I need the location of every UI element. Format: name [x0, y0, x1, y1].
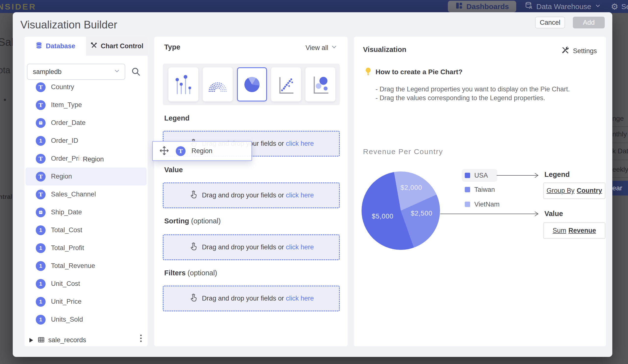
- chart-type-scatter[interactable]: [271, 67, 301, 101]
- date-field-icon: [36, 207, 46, 217]
- chart-type-lollipop[interactable]: [168, 67, 198, 101]
- field-row[interactable]: T Country: [25, 78, 147, 96]
- field-row[interactable]: 1 Total_Revenue: [25, 257, 147, 275]
- field-row[interactable]: Ship_Date: [25, 203, 147, 221]
- tip-lines: - Drag the Legend properties you want to…: [376, 85, 570, 102]
- field-row[interactable]: 1 Order_ID: [25, 132, 147, 150]
- tap-hand-icon: [189, 190, 198, 201]
- field-label: Region: [51, 173, 72, 180]
- field-label: Unit_Cost: [51, 280, 80, 288]
- pie-slice-label: $2,000: [400, 184, 422, 191]
- builder-panel: Type View all: [154, 37, 348, 346]
- field-row[interactable]: T Item_Type: [25, 96, 147, 114]
- field-label: Ship_Date: [51, 208, 82, 216]
- number-field-icon: 1: [36, 225, 46, 235]
- text-field-icon: T: [36, 100, 46, 110]
- add-button[interactable]: Add: [573, 17, 605, 28]
- caret-right-icon[interactable]: [29, 338, 33, 342]
- dropzone-click-here-link[interactable]: click here: [286, 191, 314, 199]
- nav-dashboards[interactable]: Dashboards: [448, 1, 516, 12]
- database-select-value: sampledb: [33, 68, 62, 76]
- bg-bullet: •: [3, 95, 6, 105]
- field-label: Units_Sold: [51, 316, 83, 323]
- dropzone-click-here-link[interactable]: click here: [286, 140, 314, 147]
- number-field-icon: 1: [36, 261, 46, 271]
- screen: NSIDER Dashboards Data Warehouse ⚙ Setti…: [0, 0, 628, 364]
- nav-settings-label: Settings: [621, 2, 628, 11]
- tap-hand-icon: [189, 293, 198, 304]
- text-field-icon: T: [36, 154, 46, 164]
- field-row[interactable]: 1 Total_Profit: [25, 239, 147, 257]
- field-label: Order_Date: [51, 119, 85, 127]
- chevron-down-icon: [113, 68, 120, 76]
- dashboard-grid-icon: [455, 2, 463, 11]
- group-by-box: Group By Country: [543, 182, 606, 199]
- tip-line: - Drag the values corresponding to the L…: [376, 94, 570, 102]
- legend-label: Taiwan: [474, 186, 495, 193]
- visualization-header: Visualization: [363, 46, 406, 54]
- crossed-tools-icon: [561, 46, 570, 56]
- field-row[interactable]: T Sales_Channel: [25, 185, 147, 203]
- legend-item-vietnam: VietNam: [462, 198, 509, 211]
- tab-chart-control-label: Chart Control: [101, 42, 143, 50]
- date-field-icon: [36, 118, 46, 128]
- text-field-icon: T: [36, 189, 46, 199]
- chart-type-bubble[interactable]: [306, 67, 335, 101]
- filters-dropzone[interactable]: Drag and drop your fields orclick here: [163, 286, 340, 311]
- bg-fragment: Sal: [0, 36, 14, 48]
- number-field-icon: 1: [36, 315, 46, 325]
- search-icon[interactable]: [131, 67, 141, 77]
- nav-data-warehouse[interactable]: Data Warehouse: [525, 0, 601, 13]
- bg-fragment: ntral: [0, 193, 12, 201]
- number-field-icon: 1: [36, 279, 46, 289]
- gear-icon: ⚙: [611, 2, 618, 11]
- move-icon: [159, 145, 169, 157]
- tab-chart-control[interactable]: Chart Control: [86, 37, 148, 56]
- chart-type-pie-selected[interactable]: [237, 67, 267, 101]
- database-select[interactable]: sampledb: [27, 64, 125, 80]
- pie-slice-label: $5,000: [372, 213, 394, 220]
- cancel-button[interactable]: Cancel: [535, 17, 565, 28]
- field-label: Sales_Channel: [51, 190, 96, 198]
- chevron-down-icon: [595, 2, 601, 11]
- field-row-selected[interactable]: T Region: [25, 168, 147, 185]
- drag-ghost-label: Region: [191, 147, 213, 155]
- sorting-dropzone[interactable]: Drag and drop your fields orclick here: [163, 235, 340, 260]
- field-row[interactable]: Order_Date: [25, 114, 147, 132]
- chevron-down-icon: [331, 44, 337, 52]
- modal-title: Visualization Builder: [20, 19, 117, 31]
- tap-hand-icon: [189, 242, 198, 253]
- chart-type-arc[interactable]: [203, 67, 233, 101]
- view-all-button[interactable]: View all: [306, 44, 337, 52]
- dropzone-click-here-link[interactable]: click here: [286, 243, 314, 251]
- lightbulb-icon: [363, 67, 373, 77]
- view-all-label: View all: [306, 44, 328, 52]
- dropzone-text: Drag and drop your fields or: [202, 295, 284, 302]
- settings-label: Settings: [573, 47, 597, 55]
- left-tabs: Database Chart Control: [24, 37, 148, 56]
- number-field-icon: 1: [36, 297, 46, 307]
- table-row-sale-records[interactable]: sale_records: [24, 331, 148, 346]
- visualization-panel: Visualization Settings How to create a P…: [354, 37, 606, 346]
- sorting-section-label: Sorting (optional): [164, 217, 221, 225]
- value-dropzone[interactable]: Drag and drop your fields orclick here: [163, 182, 340, 208]
- kebab-menu-icon[interactable]: [140, 335, 142, 342]
- bg-menu-item: nthly: [612, 130, 628, 138]
- drag-ghost-region[interactable]: T Region: [152, 141, 252, 161]
- number-field-icon: 1: [36, 136, 46, 146]
- field-row[interactable]: 1 Unit_Price: [25, 293, 147, 311]
- field-row[interactable]: 1 Total_Cost: [25, 221, 147, 239]
- warehouse-database-icon: [525, 1, 533, 11]
- legend-swatch: [465, 173, 470, 178]
- field-row[interactable]: 1 Unit_Cost: [25, 275, 147, 293]
- pie-slice-label: $2,500: [411, 210, 433, 217]
- field-row[interactable]: 1 Units_Sold: [25, 311, 147, 328]
- settings-button[interactable]: Settings: [561, 46, 597, 56]
- database-icon: [35, 42, 43, 51]
- app-logo: NSIDER: [0, 2, 36, 11]
- tab-database[interactable]: Database: [24, 37, 86, 56]
- nav-settings[interactable]: ⚙ Settings: [611, 0, 628, 13]
- dropzone-click-here-link[interactable]: click here: [286, 295, 314, 302]
- legend-label: USA: [474, 172, 488, 179]
- field-label: Total_Revenue: [51, 262, 95, 270]
